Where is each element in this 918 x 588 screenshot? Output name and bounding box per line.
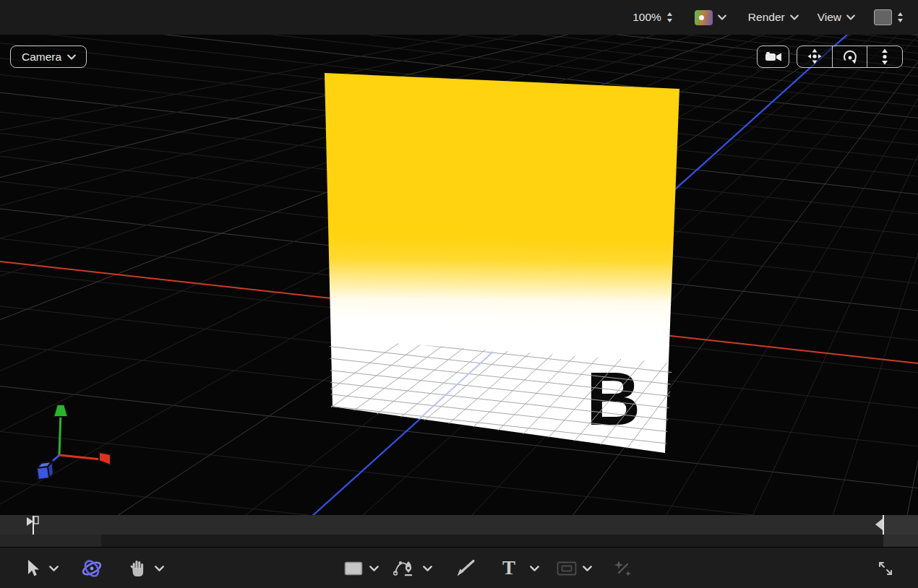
- pan-tool-dropdown[interactable]: [155, 548, 164, 588]
- canvas-3d-viewport[interactable]: B Camera: [0, 35, 918, 515]
- timeline-out-of-range: [883, 515, 918, 535]
- top-toolbar: 100% Render View: [0, 0, 918, 35]
- chevron-down-icon: [530, 566, 539, 571]
- dolly-view-icon: [876, 48, 893, 66]
- gizmo-z-arrow: [37, 467, 49, 480]
- pan-view-icon: [806, 48, 823, 66]
- zoom-level-value: 100%: [632, 11, 661, 24]
- view-menu-label: View: [818, 11, 841, 24]
- mask-tool: [557, 548, 577, 588]
- motion-3d-canvas-window: 100% Render View: [0, 0, 918, 588]
- project-end-marker[interactable]: [873, 515, 886, 535]
- color-channels-swatch-icon: [695, 10, 713, 25]
- camcorder-view-button[interactable]: [757, 46, 789, 68]
- layout-stepper-icon[interactable]: [897, 12, 904, 23]
- view-menu[interactable]: View: [818, 11, 855, 24]
- transform-3d-tool[interactable]: [81, 548, 103, 588]
- playhead-marker[interactable]: [25, 516, 40, 535]
- camera-move-tools: [797, 46, 903, 68]
- chevron-down-icon: [49, 566, 59, 571]
- rectangle-shape-tool[interactable]: [344, 548, 363, 588]
- zoom-level-control[interactable]: 100%: [632, 11, 673, 24]
- shape-tool-dropdown[interactable]: [369, 548, 379, 588]
- mask-tool-dropdown: [583, 548, 592, 588]
- window-layout-control[interactable]: [874, 9, 904, 25]
- pan-hand-tool[interactable]: [129, 548, 145, 588]
- orbit-view-button[interactable]: [832, 46, 867, 67]
- resize-canvas-control[interactable]: [876, 548, 895, 588]
- chevron-down-icon: [155, 566, 164, 571]
- orbit-view-icon: [841, 48, 859, 66]
- chevron-down-icon: [718, 14, 726, 20]
- timeline-scroll-thumb[interactable]: [0, 535, 101, 547]
- render-menu[interactable]: Render: [748, 11, 799, 24]
- mask-rectangle-icon: [557, 561, 577, 576]
- text-tool[interactable]: T: [502, 548, 515, 588]
- camera-view-menu-label: Camera: [22, 51, 61, 64]
- orbit-3d-transform-icon: [81, 558, 103, 579]
- pan-view-button[interactable]: [797, 46, 832, 67]
- window-layout-swatch-icon: [874, 9, 892, 25]
- chevron-down-icon: [369, 566, 379, 571]
- chevron-down-icon: [583, 566, 592, 571]
- timeline-scrollbar[interactable]: [0, 535, 918, 547]
- select-tool-dropdown[interactable]: [49, 548, 59, 588]
- chevron-down-icon: [423, 566, 432, 571]
- timeline-scroll-tail: [883, 535, 918, 547]
- text-tool-dropdown[interactable]: [530, 548, 539, 588]
- paintbrush-icon: [455, 559, 476, 578]
- timeline-scrubber[interactable]: [0, 515, 918, 535]
- channels-menu[interactable]: [695, 10, 726, 25]
- arrow-cursor-icon: [25, 559, 40, 578]
- pen-tool-dropdown[interactable]: [423, 548, 432, 588]
- camcorder-icon: [764, 51, 783, 64]
- rectangle-icon: [344, 561, 363, 576]
- tools-toolbar: T: [0, 547, 918, 588]
- zoom-stepper-icon[interactable]: [666, 12, 673, 23]
- render-menu-label: Render: [748, 11, 785, 24]
- chevron-down-icon: [67, 54, 76, 60]
- hand-icon: [129, 559, 145, 578]
- scene-3d-render[interactable]: B: [0, 35, 918, 515]
- adjust-glyph-tool: [614, 548, 632, 588]
- select-arrow-tool[interactable]: [25, 548, 40, 588]
- text-tool-glyph: T: [502, 558, 515, 578]
- diagonal-resize-icon: [876, 559, 895, 578]
- chevron-down-icon: [846, 14, 855, 20]
- chevron-down-icon: [790, 14, 799, 20]
- sparkle-wand-icon: [614, 559, 632, 578]
- dolly-view-button[interactable]: [867, 46, 901, 67]
- bezier-pen-tool[interactable]: [393, 548, 415, 588]
- paint-stroke-tool[interactable]: [455, 548, 476, 588]
- camera-view-menu[interactable]: Camera: [10, 46, 87, 68]
- bezier-pen-icon: [393, 559, 415, 578]
